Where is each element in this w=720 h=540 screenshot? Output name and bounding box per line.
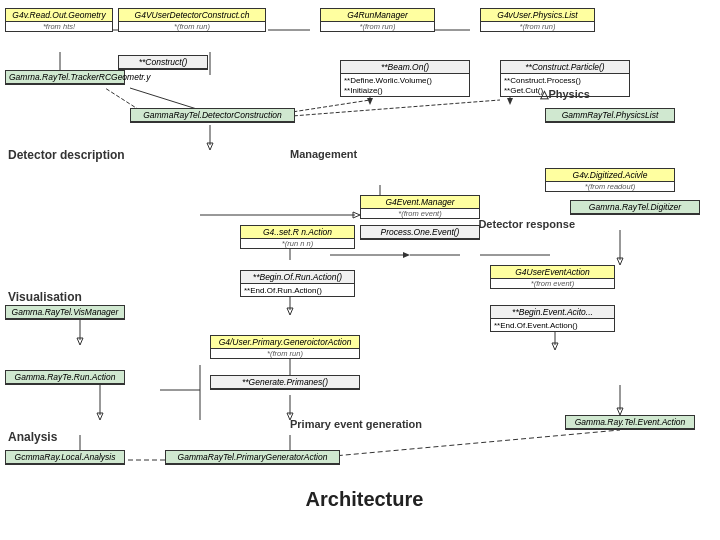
svg-marker-36 — [617, 408, 623, 415]
gammray-event-action-box: Gamma.Ray.Tel.Event.Action — [565, 415, 695, 430]
gammray-det-construction-title: GammaRayTel.DetectorConstruction — [131, 109, 294, 122]
svg-marker-26 — [97, 413, 103, 420]
begin-event-title: **Begin.Event.Acito... — [491, 306, 614, 319]
g4-event-manager-title: G4Event.Manager — [361, 196, 479, 209]
g4-user-primary-box: G4/User.Primary.GeneroictorAction *(from… — [210, 335, 360, 359]
gammray-run-action-box: Gamma.RayTe.Run.Action — [5, 370, 125, 385]
gcm-local-analysis-box: GcmmaRay.Local.Analysis — [5, 450, 125, 465]
construct-particle-title: **Construct.Particle() — [501, 61, 629, 74]
g4-user-primary-subtitle: *(from run) — [211, 349, 359, 358]
svg-marker-11 — [207, 143, 213, 150]
beam-on-methods: **Define.Worlic.Volume() **Initiaize() — [341, 74, 469, 96]
beam-on-title: **Beam.On() — [341, 61, 469, 74]
generate-primaries-box: **Generate.Primanes() — [210, 375, 360, 390]
g4-digitized-box: G4v.Digitized.Acivle *(from readout) — [545, 168, 675, 192]
g4-run-manager-subtitle: *(from run) — [321, 22, 434, 31]
svg-marker-43 — [353, 212, 360, 218]
detector-response-label: Detector response — [478, 218, 575, 230]
svg-marker-28 — [552, 343, 558, 350]
g4-user-event-subtitle: *(from event) — [491, 279, 614, 288]
g4v-user-physics-title: G4vUser.Physics.List — [481, 9, 594, 22]
gammray-run-action-title: Gamma.RayTe.Run.Action — [6, 371, 124, 384]
physics-label: △Physics — [540, 88, 590, 101]
gammray-vis-box: Gamrna.RayTel.VisManager — [5, 305, 125, 320]
g4-set-run-subtitle: *(run n n) — [241, 239, 354, 248]
gammray-det-construction-box: GammaRayTel.DetectorConstruction — [130, 108, 295, 123]
primary-event-label: Primary event generation — [290, 418, 422, 430]
detector-description-label: Detector description — [8, 148, 125, 162]
g4v-user-physics-subtitle: *(from run) — [481, 22, 594, 31]
begin-run-title: **Begin.Of.Run.Action() — [241, 271, 354, 284]
svg-marker-18 — [287, 308, 293, 315]
svg-marker-20 — [77, 338, 83, 345]
g4-user-primary-title: G4/User.Primary.GeneroictorAction — [211, 336, 359, 349]
g4v-read-subtitle: *from hts! — [6, 22, 112, 31]
g4v-read-box: G4v.Read.Out.Geometry *from hts! — [5, 8, 113, 32]
analysis-label: Analysis — [8, 430, 57, 444]
g4-user-event-box: G4UserEventAction *(from event) — [490, 265, 615, 289]
begin-run-methods: **End.Of.Run.Action() — [241, 284, 354, 296]
page-title: Architecture — [187, 488, 542, 511]
gammray-vis-title: Gamrna.RayTel.VisManager — [6, 306, 124, 319]
gammray-tracker-box: Gamrna.RayTel.TrackerRCGeometr.y — [5, 70, 125, 85]
gammray-digitizer-box: Gamrna.RayTel.Digitizer — [570, 200, 700, 215]
g4v-user-detector-subtitle: *(from run) — [119, 22, 265, 31]
process-one-title: Process.One.Event() — [361, 226, 479, 239]
construct-cmd-box: **Construct() — [118, 55, 208, 70]
gammray-tracker-title: Gamrna.RayTel.TrackerRCGeometr.y — [6, 71, 124, 84]
g4v-read-title: G4v.Read.Out.Geometry — [6, 9, 112, 22]
g4-event-manager-subtitle: *(from event) — [361, 209, 479, 218]
svg-marker-9 — [507, 98, 513, 105]
process-one-box: Process.One.Event() — [360, 225, 480, 240]
g4-set-run-box: G4..set.R n.Action *(run n n) — [240, 225, 355, 249]
begin-event-box: **Begin.Event.Acito... **End.Of.Event.Ac… — [490, 305, 615, 332]
g4-digitized-title: G4v.Digitized.Acivle — [546, 169, 674, 182]
beam-on-box: **Beam.On() **Define.Worlic.Volume() **I… — [340, 60, 470, 97]
g4-run-manager-box: G4RunManager *(from run) — [320, 8, 435, 32]
g4v-user-detector-title: G4VUserDetectorConstruct.ch — [119, 9, 265, 22]
g4-set-run-title: G4..set.R n.Action — [241, 226, 354, 239]
generate-primaries-title: **Generate.Primanes() — [211, 376, 359, 389]
svg-marker-7 — [367, 98, 373, 105]
diagram-container: G4v.Read.Out.Geometry *from hts! G4VUser… — [0, 0, 720, 540]
management-label: Management — [290, 148, 357, 160]
gammray-primary-gen-box: GammaRayTel.PrimaryGeneratorAction — [165, 450, 340, 465]
begin-event-methods: **End.Of.Event.Action() — [491, 319, 614, 331]
construct-cmd-title: **Construct() — [119, 56, 207, 69]
begin-run-box: **Begin.Of.Run.Action() **End.Of.Run.Act… — [240, 270, 355, 297]
gammray-physics-title: GammRayTel.PhysicsList — [546, 109, 674, 122]
gammray-digitizer-title: Gamrna.RayTel.Digitizer — [571, 201, 699, 214]
svg-marker-30 — [617, 258, 623, 265]
gammray-primary-gen-title: GammaRayTel.PrimaryGeneratorAction — [166, 451, 339, 464]
g4-event-manager-box: G4Event.Manager *(from event) — [360, 195, 480, 219]
gcm-local-analysis-title: GcmmaRay.Local.Analysis — [6, 451, 124, 464]
visualisation-label: Visualisation — [8, 290, 82, 304]
g4-user-event-title: G4UserEventAction — [491, 266, 614, 279]
g4-run-manager-title: G4RunManager — [321, 9, 434, 22]
g4v-user-physics-box: G4vUser.Physics.List *(from run) — [480, 8, 595, 32]
gammray-event-action-title: Gamma.Ray.Tel.Event.Action — [566, 416, 694, 429]
g4v-user-detector-box: G4VUserDetectorConstruct.ch *(from run) — [118, 8, 266, 32]
g4-digitized-subtitle: *(from readout) — [546, 182, 674, 191]
svg-marker-15 — [403, 252, 410, 258]
gammray-physics-box: GammRayTel.PhysicsList — [545, 108, 675, 123]
svg-line-5 — [130, 88, 200, 110]
